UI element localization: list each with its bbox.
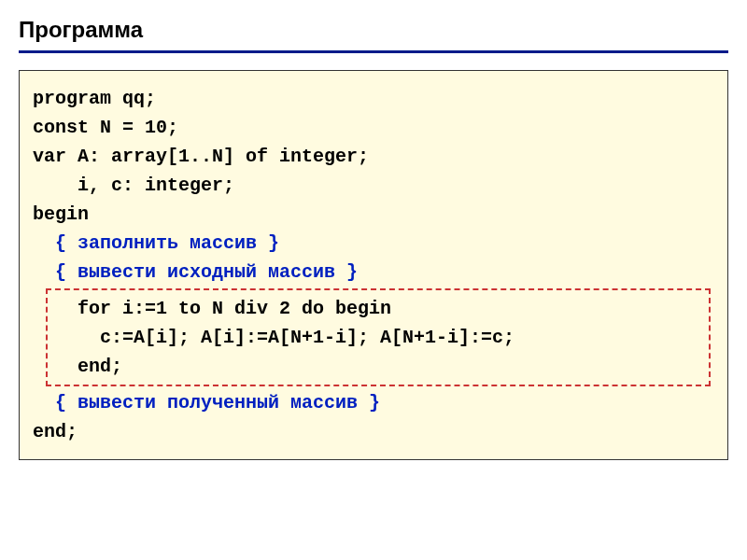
code-line: i, c: integer; xyxy=(33,171,714,200)
code-line: for i:=1 to N div 2 do begin xyxy=(55,294,701,323)
code-comment: { вывести исходный массив } xyxy=(33,258,714,287)
code-block: program qq; const N = 10; var A: array[1… xyxy=(19,70,728,460)
code-line: var A: array[1..N] of integer; xyxy=(33,142,714,171)
code-comment: { вывести полученный массив } xyxy=(33,388,714,417)
code-line: const N = 10; xyxy=(33,113,714,142)
code-line: end; xyxy=(55,352,701,381)
code-line: end; xyxy=(33,417,714,446)
code-line: c:=A[i]; A[i]:=A[N+1-i]; A[N+1-i]:=c; xyxy=(55,323,701,352)
code-comment: { заполнить массив } xyxy=(33,229,714,258)
code-line: program qq; xyxy=(33,84,714,113)
code-line: begin xyxy=(33,200,714,229)
slide-title: Программа xyxy=(19,17,728,53)
highlighted-code-box: for i:=1 to N div 2 do begin c:=A[i]; A[… xyxy=(46,288,711,386)
